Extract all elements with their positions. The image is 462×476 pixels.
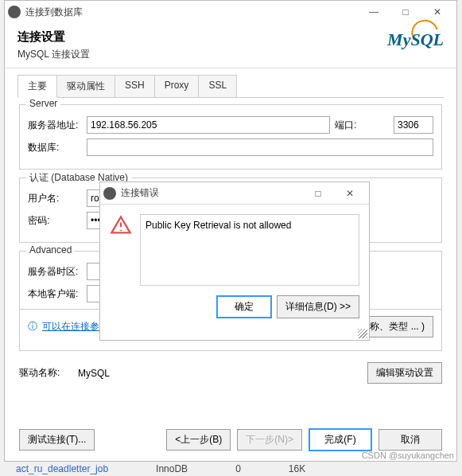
- bg-col2: 16K: [289, 463, 305, 474]
- window-title: 连接到数据库: [25, 6, 358, 19]
- details-button[interactable]: 详细信息(D) >>: [277, 295, 359, 318]
- close-button[interactable]: ✕: [421, 6, 453, 18]
- modal-app-icon: [103, 187, 116, 200]
- local-label: 本地客户端:: [28, 287, 82, 301]
- minimize-button[interactable]: —: [358, 6, 390, 18]
- edit-driver-button[interactable]: 编辑驱动设置: [367, 362, 442, 384]
- pass-label: 密码:: [28, 214, 82, 228]
- app-icon: [8, 6, 21, 18]
- page-subtitle: MySQL 连接设置: [17, 48, 90, 61]
- advanced-legend: Advanced: [26, 244, 75, 256]
- port-input[interactable]: [394, 116, 433, 134]
- page-title: 连接设置: [17, 29, 90, 45]
- back-button[interactable]: <上一步(B): [166, 429, 231, 451]
- resize-handle[interactable]: [358, 329, 367, 338]
- tab-main[interactable]: 主要: [17, 75, 57, 98]
- db-label: 数据库:: [28, 141, 82, 154]
- modal-close-button[interactable]: ✕: [334, 188, 366, 199]
- bg-col1: 0: [235, 463, 241, 474]
- watermark: CSDN @suyukangchen: [362, 451, 454, 460]
- footer-buttons: 测试连接(T)... <上一步(B) 下一步(N)> 完成(F) 取消: [19, 428, 442, 451]
- warning-icon: [110, 214, 132, 236]
- modal-titlebar[interactable]: 连接错误 □ ✕: [100, 182, 369, 205]
- bg-table-name: act_ru_deadletter_job: [16, 463, 108, 474]
- tab-ssh[interactable]: SSH: [115, 75, 155, 97]
- test-connection-button[interactable]: 测试连接(T)...: [19, 429, 95, 451]
- user-label: 用户名:: [28, 192, 82, 205]
- host-label: 服务器地址:: [28, 119, 82, 132]
- tab-proxy[interactable]: Proxy: [154, 75, 200, 97]
- modal-buttons: 确定 详细信息(D) >>: [100, 295, 369, 318]
- server-legend: Server: [26, 98, 60, 109]
- tab-ssl[interactable]: SSL: [198, 75, 237, 97]
- modal-title: 连接错误: [121, 186, 302, 200]
- error-message-box: Public Key Retrieval is not allowed: [140, 214, 359, 286]
- error-message: Public Key Retrieval is not allowed: [146, 220, 291, 231]
- driver-value: MySQL: [78, 368, 110, 379]
- host-input[interactable]: [87, 116, 330, 134]
- cancel-button[interactable]: 取消: [379, 429, 442, 451]
- modal-body: Public Key Retrieval is not allowed: [100, 205, 369, 295]
- info-icon: ⓘ: [28, 320, 37, 334]
- tab-driver-props[interactable]: 驱动属性: [56, 75, 115, 97]
- error-dialog: 连接错误 □ ✕ Public Key Retrieval is not all…: [99, 181, 370, 341]
- main-titlebar[interactable]: 连接到数据库 — □ ✕: [5, 1, 456, 23]
- db-input[interactable]: [87, 139, 433, 156]
- driver-label: 驱动名称:: [19, 366, 73, 380]
- bg-engine: InnoDB: [156, 463, 188, 474]
- port-label: 端口:: [335, 119, 389, 132]
- tabs: 主要 驱动属性 SSH Proxy SSL: [17, 75, 444, 98]
- maximize-button[interactable]: □: [390, 6, 421, 18]
- mysql-logo: MySQL: [387, 29, 444, 50]
- server-group: Server 服务器地址: 端口: 数据库:: [19, 104, 442, 170]
- modal-maximize-button[interactable]: □: [302, 188, 334, 199]
- header: 连接设置 MySQL 连接设置 MySQL: [5, 23, 456, 64]
- finish-button[interactable]: 完成(F): [309, 428, 372, 451]
- next-button: 下一步(N)>: [237, 429, 302, 451]
- divider: [5, 68, 456, 68]
- tz-label: 服务器时区:: [28, 265, 82, 279]
- ok-button[interactable]: 确定: [216, 295, 272, 318]
- background-row: act_ru_deadletter_job InnoDB 0 16K: [0, 462, 462, 476]
